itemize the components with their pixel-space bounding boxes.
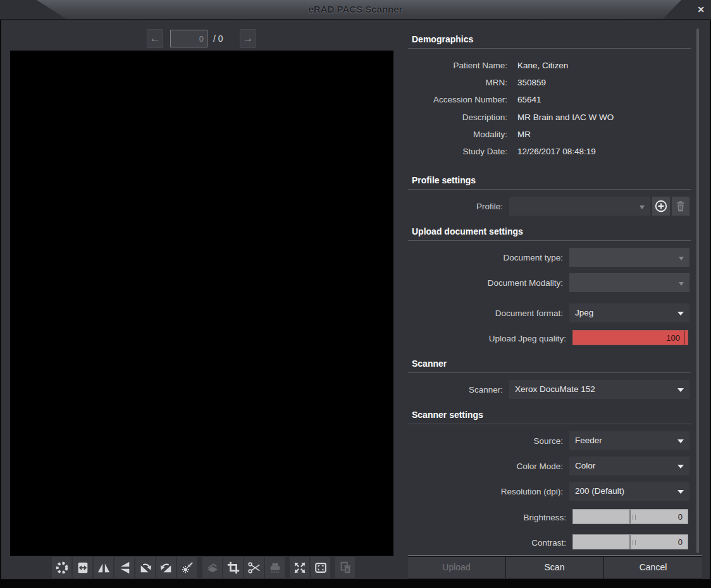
delete-profile-button[interactable] [672,197,689,216]
chevron-down-icon [677,465,684,469]
window-bottom-border [0,579,711,588]
crop-button[interactable] [223,557,243,578]
flip-vertical-button[interactable] [114,557,134,578]
fit-width-page-icon [76,561,90,575]
modality-label: Modality: [368,130,507,139]
title-bar: eRAD PACS Scanner ✕ [0,0,711,20]
contrast-slider[interactable]: 0 [572,534,688,549]
page-total-label: / 0 [213,34,223,44]
source-dropdown[interactable]: Feeder [569,431,689,450]
slider-thumb[interactable] [629,510,631,524]
upload-settings-header: Upload document settings [412,226,523,236]
color-mode-dropdown[interactable]: Color [569,456,689,475]
page-number-input[interactable] [170,30,207,47]
source-label: Source: [368,436,563,446]
scan-button[interactable]: Scan [506,557,603,578]
slider-tick [633,540,633,545]
scanner-dropdown[interactable]: Xerox DocuMate 152 [509,380,689,399]
chevron-down-icon [677,312,684,315]
divider [408,424,691,424]
profile-settings-header: Profile settings [412,175,476,185]
jpeg-quality-value: 100 [666,333,680,343]
cancel-button[interactable]: Cancel [604,557,702,578]
fit-to-window-button[interactable] [311,557,330,578]
resolution-label: Resolution (dpi): [368,487,563,496]
trash-icon [674,200,687,212]
resolution-dropdown[interactable]: 200 (Default) [569,482,689,501]
deskew-button[interactable] [52,557,71,578]
chevron-down-icon [677,439,684,443]
delete-page-icon [338,561,352,575]
scissors-icon [247,561,261,575]
flip-horizontal-button[interactable] [94,557,113,578]
document-format-value: Jpeg [575,308,593,317]
chevron-down-icon [679,257,684,260]
auto-enhance-button[interactable] [177,557,197,578]
upload-button[interactable]: Upload [408,557,505,578]
arrow-right-icon: → [243,32,254,44]
study-date-value: 12/26/2017 08:48:19 [517,147,596,156]
crop-icon [226,561,240,575]
brightness-value: 0 [678,512,683,522]
scanner-value: Xerox DocuMate 152 [515,384,595,394]
document-modality-dropdown[interactable] [569,273,689,292]
chevron-down-icon [677,490,684,494]
auto-enhance-icon [180,561,194,575]
cut-button[interactable] [244,557,264,578]
jpeg-quality-slider[interactable]: 100 [572,330,688,345]
actual-size-button[interactable] [290,557,309,578]
scan-button-toolbar[interactable] [202,557,222,578]
arrow-left-icon: ← [150,32,161,44]
brightness-slider[interactable]: 0 [572,509,688,524]
dashed-circle-icon [55,561,69,575]
rotate-left-icon [159,561,173,575]
chevron-down-icon [679,282,684,286]
previous-page-button[interactable]: ← [147,29,163,48]
document-modality-label: Document Modality: [368,278,563,288]
divider [408,372,691,373]
document-type-label: Document type: [368,253,563,262]
resolution-value: 200 (Default) [575,486,624,496]
expand-icon [293,561,307,575]
mrn-value: 350859 [517,78,546,87]
rotate-right-icon [139,561,152,575]
close-icon[interactable]: ✕ [695,3,707,16]
source-value: Feeder [575,436,602,445]
jpeg-quality-label: Upload Jpeg quality: [368,334,566,343]
profile-dropdown[interactable] [509,197,650,216]
scanner-label: Scanner: [368,385,503,395]
window-title: eRAD PACS Scanner [0,4,711,15]
accession-number-value: 65641 [517,95,541,104]
scan-preview-canvas [10,51,393,556]
profile-label: Profile: [368,202,503,211]
contrast-label: Contrast: [368,538,566,548]
panel-scrollbar[interactable] [696,28,699,553]
contrast-value: 0 [678,537,683,547]
add-profile-button[interactable] [652,197,670,216]
plus-circle-icon [654,199,668,213]
brightness-label: Brightness: [368,513,566,522]
rotate-right-button[interactable] [135,557,155,578]
slider-thumb[interactable] [629,535,631,549]
slider-thumb[interactable] [684,331,685,345]
color-mode-value: Color [575,461,595,470]
scanner-feed-icon [268,561,282,575]
rotate-left-button[interactable] [156,557,176,578]
document-type-dropdown[interactable] [569,248,689,267]
scanner-settings-header: Scanner settings [412,410,483,420]
scanner-icon [206,561,219,575]
modality-value: MR [517,130,531,139]
study-date-label: Study Date: [368,147,507,156]
fit-window-icon [314,561,328,575]
color-mode-label: Color Mode: [368,462,563,471]
delete-page-button[interactable] [335,557,355,578]
document-format-dropdown[interactable]: Jpeg [569,303,689,322]
fit-width-button[interactable] [73,557,92,578]
scanner-header: Scanner [412,358,447,369]
chevron-down-icon [677,388,684,392]
slider-tick [635,540,636,545]
scanner-dialog: eRAD PACS Scanner ✕ ← / 0 → [0,0,711,588]
next-page-button[interactable]: → [240,29,256,48]
scanner-feed-button[interactable] [265,557,285,578]
patient-name-value: Kane, Citizen [517,61,568,70]
